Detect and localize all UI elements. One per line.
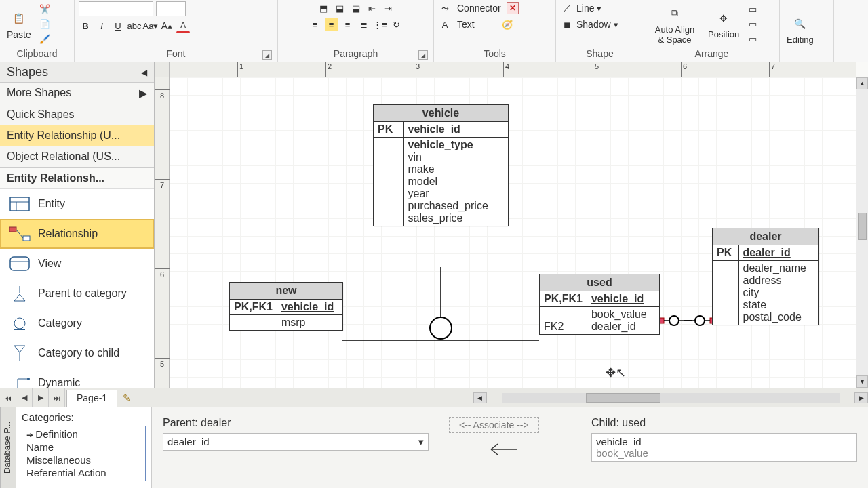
vertical-scrollbar[interactable]: ▲ ▼ <box>856 77 868 388</box>
send-back-icon[interactable]: ▭ <box>746 18 760 31</box>
parent-column-field[interactable]: dealer_id▾ <box>163 433 429 451</box>
hscroll-left[interactable]: ◀ <box>473 392 487 403</box>
format-painter-icon[interactable]: 🖌️ <box>38 33 52 46</box>
case-button[interactable]: Aa▾ <box>144 19 157 33</box>
ruler-horizontal: 1 2 3 4 5 6 7 <box>170 62 856 77</box>
find-icon: 🔍 <box>791 14 810 33</box>
line-dropdown[interactable]: ▾ <box>597 3 601 14</box>
text-tool-label[interactable]: Text <box>457 19 475 30</box>
more-shapes-row[interactable]: More Shapes▶ <box>0 83 154 104</box>
shape-entity[interactable]: Entity <box>0 189 154 219</box>
ribbon: 📋 Paste ✂️ 📄 🖌️ Clipboard B I U abc Aa▾ <box>0 0 868 62</box>
bring-front-icon[interactable]: ▭ <box>746 3 760 16</box>
text-tool-icon[interactable]: A <box>438 18 452 31</box>
child-columns-list[interactable]: vehicle_id book_value <box>591 433 857 462</box>
cat-name[interactable]: Name <box>24 441 144 453</box>
shape-category-to-child[interactable]: Category to child <box>0 338 154 368</box>
indent-decrease-button[interactable]: ⇤ <box>366 1 379 15</box>
connector-tool-icon[interactable]: ⤳ <box>438 1 452 15</box>
font-grow-button[interactable]: A▴ <box>160 19 174 33</box>
line-label[interactable]: Line <box>576 3 594 14</box>
align-justify-button[interactable]: ≣ <box>357 18 371 31</box>
shadow-icon[interactable]: ◼ <box>560 18 574 31</box>
ribbon-group-arrange: ⧉Auto Align & Space ✥Position ▭▭▭ Arrang… <box>644 0 780 62</box>
connector-tool-label[interactable]: Connector <box>457 3 501 14</box>
rotate-text-button[interactable]: ↻ <box>390 18 403 31</box>
align-mid-button[interactable]: ⬓ <box>333 1 347 15</box>
auto-align-button[interactable]: ⧉Auto Align & Space <box>648 3 701 46</box>
align-right-button[interactable]: ≡ <box>341 18 355 31</box>
scroll-up-arrow[interactable]: ▲ <box>856 77 868 89</box>
ribbon-group-paragraph: ⬒ ⬓ ⬓ ⇤ ⇥ ≡ ≡ ≡ ≣ ⋮≡ ↻ Paragraph◢ <box>278 0 434 62</box>
cat-definition[interactable]: Definition <box>24 428 144 441</box>
db-props-tab[interactable]: Database P... <box>0 407 16 488</box>
shapes-collapse-icon[interactable]: ◀ <box>141 68 147 77</box>
shape-view-label: View <box>38 258 61 270</box>
bold-button[interactable]: B <box>79 19 92 33</box>
italic-button[interactable]: I <box>95 19 108 33</box>
tool-close-button[interactable]: ✕ <box>507 2 519 14</box>
relationship-icon <box>8 224 31 243</box>
bullets-button[interactable]: ⋮≡ <box>374 18 387 31</box>
align-top-button[interactable]: ⬒ <box>317 1 330 15</box>
page-first-button[interactable]: ⏮ <box>0 388 16 407</box>
categories-list[interactable]: Definition Name Miscellaneous Referentia… <box>22 426 146 481</box>
font-name-input[interactable] <box>79 1 153 16</box>
shape-parent-to-category[interactable]: Parent to category <box>0 279 154 308</box>
shadow-label[interactable]: Shadow <box>576 19 611 30</box>
drawing-canvas[interactable]: vehicle PKvehicle_id vehicle_type vin ma… <box>170 77 856 388</box>
shape-relationship[interactable]: Relationship <box>0 219 154 249</box>
position-button[interactable]: ✥Position <box>705 7 742 41</box>
cut-icon[interactable]: ✂️ <box>38 3 52 16</box>
shape-dynamic[interactable]: Dynamic <box>0 368 154 388</box>
group-icon[interactable]: ▭ <box>746 33 760 46</box>
strike-button[interactable]: abc <box>127 19 141 33</box>
page-next-button[interactable]: ▶ <box>33 388 49 407</box>
page-prev-button[interactable]: ◀ <box>16 388 33 407</box>
font-size-input[interactable] <box>156 1 186 16</box>
cat-child-icon <box>8 344 31 363</box>
font-color-button[interactable]: A <box>176 19 190 33</box>
category-icon <box>8 314 31 333</box>
shape-view[interactable]: View <box>0 249 154 279</box>
dropdown-icon[interactable]: ▾ <box>418 436 424 448</box>
indent-increase-button[interactable]: ⇥ <box>382 1 395 15</box>
or-stencil-row[interactable]: Object Relational (US... <box>0 146 154 167</box>
entity-vehicle[interactable]: vehicle PKvehicle_id vehicle_type vin ma… <box>373 104 509 226</box>
cat-misc[interactable]: Miscellaneous <box>24 453 144 466</box>
svg-point-10 <box>14 318 25 329</box>
page-tab-1[interactable]: Page-1 <box>66 390 117 407</box>
chevron-right-icon: ▶ <box>139 87 147 100</box>
paste-button[interactable]: 📋 Paste <box>4 7 34 41</box>
shape-parent-cat-label: Parent to category <box>38 287 127 300</box>
pointer-tool-icon[interactable]: 🧭 <box>500 18 514 31</box>
quick-shapes-row[interactable]: Quick Shapes <box>0 104 154 125</box>
entity-new[interactable]: new PK,FK1vehicle_id msrp <box>229 282 343 331</box>
cat-ref-action[interactable]: Referential Action <box>24 466 144 479</box>
er-stencil-row[interactable]: Entity Relationship (U... <box>0 125 154 146</box>
align-bot-button[interactable]: ⬓ <box>349 1 363 15</box>
add-page-button[interactable]: ✎ <box>119 388 135 407</box>
copy-icon[interactable]: 📄 <box>38 18 52 31</box>
align-left-button[interactable]: ≡ <box>309 18 322 31</box>
align-center-button[interactable]: ≡ <box>325 18 338 31</box>
associate-button[interactable]: <-- Associate --> <box>449 417 539 433</box>
shape-category[interactable]: Category <box>0 308 154 338</box>
shapes-title-text: Shapes <box>7 65 48 79</box>
scroll-thumb[interactable] <box>858 213 867 240</box>
shape-group-label: Shape <box>560 47 639 62</box>
entity-dealer[interactable]: dealer PKdealer_id dealer_name address c… <box>712 228 819 325</box>
hscroll-thumb[interactable] <box>586 393 660 403</box>
shadow-dropdown[interactable]: ▾ <box>614 20 618 30</box>
entity-used[interactable]: used PK,FK1vehicle_id FK2 book_value dea… <box>539 274 660 335</box>
page-last-button[interactable]: ⏭ <box>49 388 65 407</box>
parent-category-icon <box>8 284 31 303</box>
underline-button[interactable]: U <box>111 19 125 33</box>
font-dialog-launcher[interactable]: ◢ <box>262 50 272 60</box>
hscroll-right[interactable]: ▶ <box>854 392 868 403</box>
horizontal-scrollbar[interactable]: ◀ ▶ <box>135 388 868 407</box>
editing-button[interactable]: 🔍Editing <box>784 13 816 46</box>
line-icon[interactable]: ／ <box>560 1 574 15</box>
paragraph-dialog-launcher[interactable]: ◢ <box>418 50 428 60</box>
scroll-down-arrow[interactable]: ▼ <box>856 375 868 388</box>
